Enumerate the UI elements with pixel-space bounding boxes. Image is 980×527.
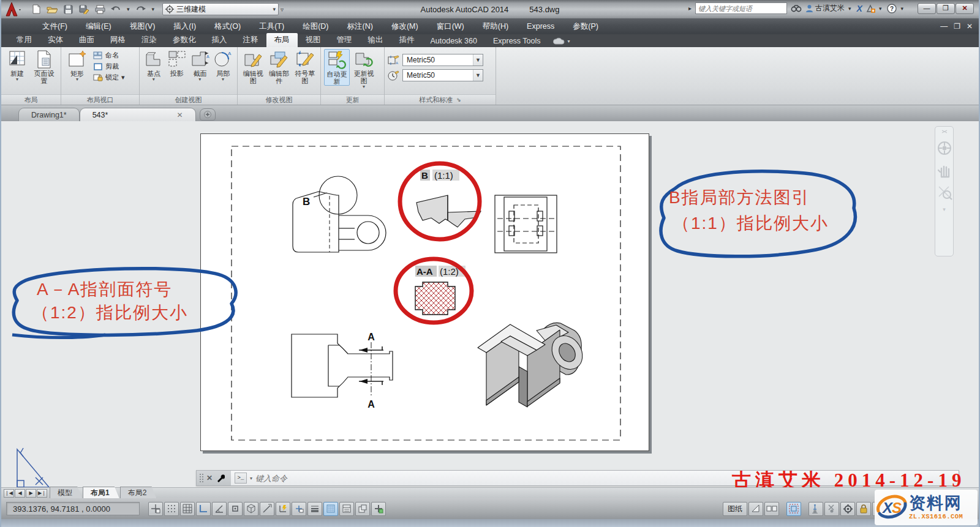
ribbon-tab-layout[interactable]: 布局 (266, 33, 298, 47)
menu-parameters[interactable]: 参数(P) (564, 18, 608, 34)
redo-dropdown[interactable]: ▾ (150, 6, 157, 12)
save-as-button[interactable] (77, 3, 91, 15)
object-snap-toggle[interactable] (228, 502, 243, 516)
infer-constraints-toggle[interactable] (148, 502, 163, 516)
base-view-button[interactable]: 基点 ▾ (143, 49, 165, 82)
workspace-selector[interactable]: 三维建模 ▾ (162, 3, 279, 15)
menu-edit[interactable]: 编辑(E) (77, 18, 121, 34)
new-file-button[interactable] (29, 3, 43, 15)
styles-dialog-launcher-icon[interactable]: ⇘ (456, 97, 461, 103)
command-line-grip[interactable]: ✕ (197, 471, 231, 485)
annotation-autoscale-button[interactable] (824, 502, 839, 516)
coordinates-readout[interactable]: 393.1376, 94.7181 , 0.0000 (6, 502, 140, 515)
detail-view-button[interactable]: A 局部 ▾ (212, 49, 234, 82)
steering-wheel-icon[interactable] (937, 140, 952, 156)
next-layout-button[interactable]: ▶ (26, 489, 36, 498)
section-style-combo[interactable]: Metric50 ▼ (402, 54, 483, 66)
paper-model-toggle-button[interactable]: 图纸 (723, 502, 747, 516)
menu-view[interactable]: 视图(V) (121, 18, 165, 34)
menu-insert[interactable]: 插入(I) (164, 18, 205, 34)
menu-help[interactable]: 帮助(H) (473, 18, 518, 34)
ribbon-tab-render[interactable]: 渲染 (134, 33, 165, 47)
search-binoculars-icon[interactable] (791, 4, 802, 13)
undo-button[interactable] (109, 3, 123, 15)
detail-style-icon[interactable] (388, 70, 399, 81)
ribbon-tab-output[interactable]: 输出 (360, 33, 391, 47)
viewport-side-view[interactable] (495, 195, 557, 253)
ribbon-tab-express-tools[interactable]: Express Tools (485, 35, 549, 47)
new-layout-button[interactable]: 新建 ▾ (4, 49, 30, 82)
drawing-canvas[interactable]: B B (1:1) (1, 121, 979, 487)
snap-mode-toggle[interactable] (164, 502, 179, 516)
quick-properties-toggle[interactable] (339, 502, 354, 516)
viewport-front-view[interactable] (292, 334, 393, 397)
menu-draw[interactable]: 绘图(D) (293, 18, 337, 34)
ribbon-tab-surface[interactable]: 曲面 (71, 33, 102, 47)
update-view-button[interactable]: 更新视图 ▾ (351, 49, 377, 89)
menu-express[interactable]: Express (518, 18, 564, 34)
pan-hand-icon[interactable] (937, 162, 952, 178)
detail-style-combo[interactable]: Metric50 ▼ (402, 69, 483, 81)
sign-in-control[interactable]: 古滇艾米 ▾ (805, 3, 853, 13)
viewport-clip-button[interactable]: 剪裁 (91, 61, 127, 72)
menu-window[interactable]: 窗口(W) (428, 18, 473, 34)
ribbon-options-caret-icon[interactable]: ▾ (568, 39, 570, 44)
3d-object-snap-toggle[interactable] (244, 502, 258, 516)
close-button[interactable]: ✕ (956, 3, 974, 14)
grid-display-toggle[interactable] (180, 502, 195, 516)
undo-dropdown[interactable]: ▾ (125, 6, 132, 12)
viewport-rect-button[interactable]: 矩形 ▾ (64, 49, 90, 82)
ribbon-tab-plugins[interactable]: 插件 (391, 33, 423, 47)
page-setup-button[interactable]: 页面设置 (31, 49, 57, 84)
plot-button[interactable] (93, 3, 107, 15)
viewport-top-view[interactable] (293, 176, 386, 252)
file-tab-drawing1[interactable]: Drawing1* (18, 108, 80, 121)
zoom-icon[interactable] (937, 184, 952, 200)
navbar-more-caret-icon[interactable]: ▾ (943, 206, 946, 212)
ribbon-tab-insert[interactable]: 插入 (204, 33, 235, 47)
lock-ui-button[interactable] (856, 502, 871, 516)
viewport-named-button[interactable]: 命名 (91, 50, 127, 61)
tab-close-icon[interactable]: ✕ (177, 111, 183, 119)
panel-styles-title[interactable]: 样式和标准 ⇘ (385, 94, 496, 105)
save-button[interactable] (61, 3, 75, 15)
autocad-logo-icon[interactable] (4, 1, 24, 17)
quick-view-layouts-button[interactable] (748, 502, 763, 516)
ribbon-tab-view[interactable]: 视图 (298, 33, 329, 47)
infocenter-search-input[interactable] (695, 2, 787, 14)
paper-sheet[interactable]: B B (1:1) (200, 133, 649, 451)
viewport-isometric-view[interactable] (478, 323, 589, 407)
ribbon-tab-home[interactable]: 常用 (9, 33, 40, 47)
autodesk360-control[interactable]: ▾ (866, 4, 884, 13)
command-close-icon[interactable]: ✕ (206, 474, 213, 482)
viewport-preview-button[interactable] (786, 502, 801, 516)
file-tab-543[interactable]: 543* ✕ (80, 108, 196, 121)
dynamic-ucs-toggle[interactable] (276, 502, 290, 516)
menu-tools[interactable]: 工具(T) (250, 18, 293, 34)
ortho-mode-toggle[interactable] (196, 502, 211, 516)
ribbon-tab-mesh[interactable]: 网格 (102, 33, 134, 47)
menu-file[interactable]: 文件(F) (33, 18, 77, 34)
minimize-button[interactable]: — (918, 3, 936, 14)
ribbon-tab-parametric[interactable]: 参数化 (165, 33, 204, 47)
restore-button[interactable]: ❒ (937, 3, 955, 14)
panel-viewports-title[interactable]: 布局视口 (61, 94, 139, 105)
panel-update-title[interactable]: 更新 (321, 94, 384, 105)
ribbon-tab-annotate[interactable]: 注释 (235, 33, 266, 47)
navigation-bar[interactable]: ▾ (935, 126, 954, 256)
menu-dimension[interactable]: 标注(N) (338, 18, 382, 34)
viewport-lock-button[interactable]: 锁定 ▾ (91, 72, 127, 83)
lineweight-toggle[interactable] (307, 502, 322, 516)
polar-tracking-toggle[interactable] (212, 502, 227, 516)
last-layout-button[interactable]: ▶❘ (37, 489, 47, 498)
first-layout-button[interactable]: ❘◀ (4, 489, 14, 498)
qat-customize-dropdown[interactable]: ▿ (279, 6, 285, 13)
ribbon-cloud-icon[interactable] (552, 37, 566, 45)
prev-layout-button[interactable]: ◀ (15, 489, 25, 498)
ribbon-tab-manage[interactable]: 管理 (329, 33, 360, 47)
annotation-monitor-toggle[interactable] (371, 502, 386, 516)
redo-button[interactable] (134, 3, 148, 15)
open-file-button[interactable] (45, 3, 59, 15)
edit-components-button[interactable]: 编辑部件 (266, 49, 291, 84)
section-view-button[interactable]: A 截面 ▾ (189, 49, 211, 82)
